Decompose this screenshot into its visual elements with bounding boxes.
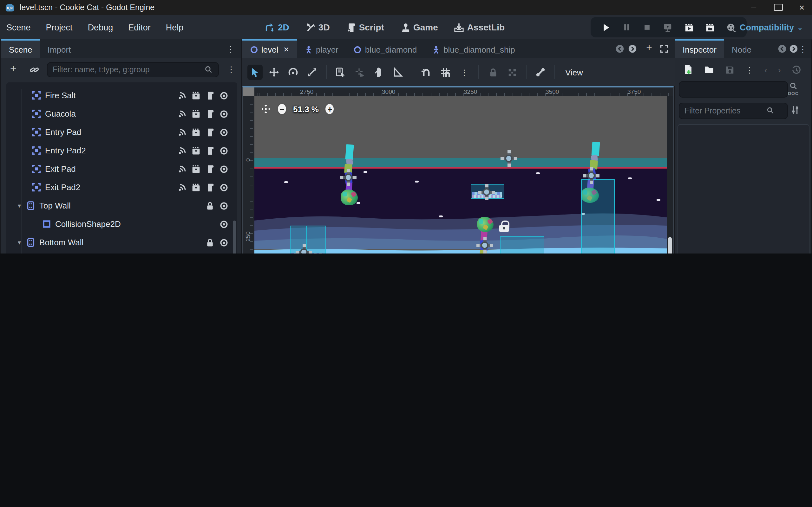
group-selected-button[interactable] [504, 65, 519, 80]
play-scene-button[interactable] [684, 22, 694, 32]
move-gizmo[interactable] [476, 237, 493, 253]
resource-menu-icon[interactable]: ⋮ [745, 66, 754, 74]
scene-tab-player[interactable]: player [297, 39, 346, 58]
tree-row-exit-pad[interactable]: Exit Pad [6, 160, 237, 178]
tree-row-exit-pad2[interactable]: Exit Pad2 [6, 178, 237, 196]
tree-row-entry-pad2[interactable]: Entry Pad2 [6, 141, 237, 160]
rotate-mode-button[interactable] [286, 65, 301, 80]
scene-tree-menu-icon[interactable]: ⋮ [227, 65, 235, 73]
instance-scene-button[interactable] [29, 65, 39, 75]
workspace-2d[interactable]: 2D [265, 22, 289, 32]
signal-icon[interactable] [177, 146, 187, 155]
next-scene-tab-button[interactable] [628, 44, 637, 53]
movie-maker-button[interactable] [726, 22, 736, 32]
viewport-v-scrollbar[interactable] [667, 96, 673, 253]
visibility-eye-icon[interactable] [219, 164, 229, 173]
script-attached-icon[interactable] [206, 164, 214, 173]
property-tools-button[interactable] [791, 105, 800, 115]
visibility-eye-icon[interactable] [219, 128, 229, 136]
select-mode-button[interactable] [247, 65, 263, 80]
close-tab-icon[interactable]: ✕ [284, 45, 289, 54]
script-attached-icon[interactable] [206, 91, 214, 100]
group-icon[interactable] [192, 109, 200, 118]
scene-tab-blue-diamond-ship[interactable]: blue_diamond_ship [424, 39, 523, 58]
scene-filter-input[interactable] [47, 62, 219, 77]
dock-prev-button[interactable] [778, 44, 786, 53]
group-icon[interactable] [192, 146, 200, 155]
move-gizmo[interactable] [296, 244, 312, 253]
tree-row-collisionshape2d[interactable]: CollisionShape2D [6, 215, 237, 233]
position-select-button[interactable] [352, 65, 367, 80]
renderer-selector[interactable]: Compatibility ⌄ [740, 15, 803, 39]
lock-selected-button[interactable] [485, 65, 501, 80]
workspace-script[interactable]: Script [346, 22, 384, 32]
scale-mode-button[interactable] [305, 65, 320, 80]
signal-icon[interactable] [177, 183, 187, 192]
save-resource-button[interactable] [725, 65, 734, 74]
signal-icon[interactable] [177, 109, 187, 118]
signal-icon[interactable] [177, 128, 187, 136]
history-icon[interactable] [792, 65, 801, 74]
menu-help[interactable]: Help [166, 22, 184, 32]
history-back-icon[interactable]: ‹ [764, 65, 767, 74]
collapse-chevron-icon[interactable]: ▾ [18, 239, 21, 246]
tree-row-guacola[interactable]: Guacola [6, 105, 237, 123]
move-gizmo[interactable] [478, 184, 495, 200]
tree-row-entry-pad[interactable]: Entry Pad [6, 123, 237, 141]
visibility-eye-icon[interactable] [219, 146, 229, 155]
minimize-button[interactable]: ─ [750, 4, 757, 11]
tab-scene[interactable]: Scene [1, 39, 40, 58]
pan-mode-button[interactable] [371, 65, 386, 80]
scene-tab-blue-diamond[interactable]: blue_diamond [346, 39, 424, 58]
tab-import[interactable]: Import [40, 39, 79, 58]
inspector-dock-menu-icon[interactable]: ⋮ [799, 45, 807, 53]
group-icon[interactable] [192, 128, 200, 136]
view-menu[interactable]: View [565, 67, 583, 77]
tree-row-fire-salt[interactable]: Fire Salt [6, 86, 237, 105]
expand-viewport-button[interactable] [660, 44, 669, 53]
pause-button[interactable] [622, 23, 631, 32]
signal-icon[interactable] [177, 164, 187, 173]
stop-button[interactable] [643, 23, 652, 32]
collision-shape-rect[interactable] [581, 179, 615, 253]
signal-icon[interactable] [177, 91, 187, 100]
workspace-game[interactable]: Game [401, 22, 438, 32]
visibility-eye-icon[interactable] [219, 201, 229, 210]
new-resource-button[interactable] [683, 65, 693, 75]
move-gizmo[interactable] [501, 150, 517, 167]
zoom-out-button[interactable]: − [276, 103, 287, 115]
play-button[interactable] [601, 22, 611, 32]
maximize-button[interactable] [774, 3, 781, 12]
remote-debug-button[interactable] [663, 22, 673, 32]
workspace-assetlib[interactable]: AssetLib [455, 22, 505, 32]
visibility-eye-icon[interactable] [219, 91, 229, 100]
group-icon[interactable] [192, 164, 200, 173]
script-attached-icon[interactable] [206, 146, 214, 155]
object-name-field[interactable] [679, 81, 788, 98]
add-node-button[interactable]: + [10, 63, 16, 75]
visibility-eye-icon[interactable] [219, 238, 229, 247]
scene-tab-level[interactable]: level ✕ [242, 39, 297, 58]
menu-project[interactable]: Project [46, 22, 72, 32]
script-attached-icon[interactable] [206, 183, 214, 192]
script-attached-icon[interactable] [206, 128, 214, 136]
smart-snap-button[interactable] [419, 65, 434, 80]
menu-editor[interactable]: Editor [128, 22, 151, 32]
center-view-icon[interactable] [261, 104, 271, 114]
tab-node[interactable]: Node [724, 39, 759, 58]
dock-next-button[interactable] [789, 44, 798, 53]
workspace-3d[interactable]: 3D [306, 22, 330, 32]
move-gizmo[interactable] [340, 169, 357, 186]
visibility-eye-icon[interactable] [219, 220, 229, 228]
tree-row-bottom-wall[interactable]: ▾ Bottom Wall [6, 233, 237, 251]
group-icon[interactable] [192, 183, 200, 192]
new-scene-tab-button[interactable]: + [646, 42, 652, 53]
lock-icon[interactable] [206, 238, 214, 247]
ruler-mode-button[interactable] [390, 65, 405, 80]
collapse-chevron-icon[interactable]: ▾ [18, 202, 21, 209]
visibility-eye-icon[interactable] [219, 109, 229, 118]
play-custom-scene-button[interactable] [705, 22, 715, 32]
prev-scene-tab-button[interactable] [615, 44, 624, 53]
lock-icon[interactable] [206, 201, 214, 210]
move-gizmo[interactable] [583, 167, 600, 184]
